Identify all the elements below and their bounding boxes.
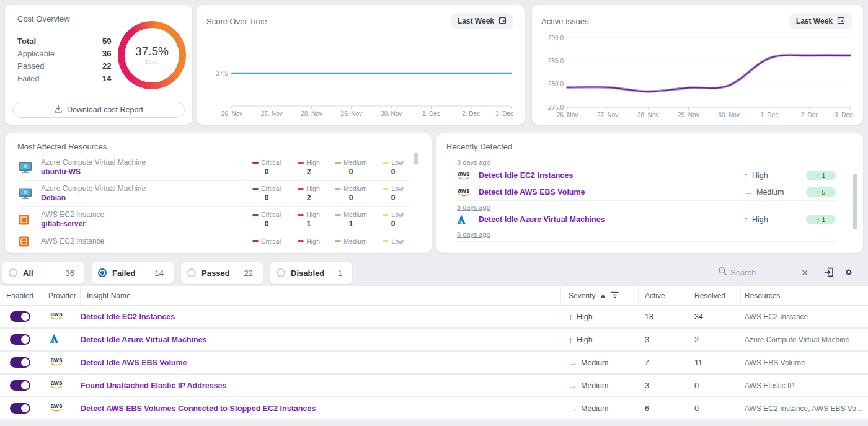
time-ago-link[interactable]: 5 days ago [457, 203, 490, 211]
severity-dash-icon [383, 188, 389, 190]
svg-text:2. Dec: 2. Dec [462, 110, 480, 117]
cell-enabled [0, 311, 42, 322]
detected-insight-link[interactable]: Detect Idle Azure Virtual Machines [479, 215, 744, 224]
insight-name-link[interactable]: Detect Idle AWS EBS Volume [81, 358, 561, 367]
insight-name-link[interactable]: Detect Idle EC2 Instances [81, 313, 561, 321]
severity-label: Critical [261, 237, 281, 245]
severity-legend: Critical0High2Medium0Low0 [250, 159, 409, 176]
detected-insight-link[interactable]: Detect Idle AWS EBS Volume [479, 188, 744, 197]
enabled-toggle[interactable] [10, 334, 30, 345]
resource-text: Azure Compute Virtual Machineubuntu-WS [41, 158, 250, 177]
clear-search-icon[interactable]: ✕ [800, 268, 810, 278]
col-provider: Provider [42, 286, 81, 305]
severity-text: High [752, 171, 768, 180]
severity-label: Medium [343, 237, 366, 245]
insight-name-link[interactable]: Found Unattached Elastic IP Addresses [81, 381, 561, 390]
sort-asc-icon[interactable] [600, 291, 606, 300]
severity-low: Low0 [377, 185, 409, 202]
severity-label: High [306, 211, 320, 218]
col-severity: Severity [561, 286, 639, 305]
resource-type: Azure Compute Virtual Machine [41, 184, 250, 193]
svg-text:280.0: 280.0 [548, 81, 564, 87]
filter-disabled[interactable]: Disabled1 [270, 262, 352, 284]
filter-icon[interactable] [611, 291, 619, 300]
recently-detected-title: Recently Detected [436, 133, 863, 156]
col-enabled: Enabled [0, 286, 42, 305]
radio-passed[interactable] [187, 268, 196, 277]
issues-range-button[interactable]: Last Week [789, 13, 852, 29]
resource-name-link[interactable]: Debian [41, 193, 250, 203]
radio-disabled[interactable] [277, 268, 285, 277]
table-row: awsFound Unattached Elastic IP Addresses… [0, 375, 868, 397]
svg-text:290.0: 290.0 [548, 35, 564, 42]
trend-badge: ↑ 1 [806, 215, 836, 224]
severity-arrow-icon: → [744, 187, 753, 197]
radio-failed[interactable] [98, 268, 107, 277]
cell-enabled [0, 334, 42, 345]
filter-label: All [23, 268, 66, 278]
download-cost-report-button[interactable]: Download cost Report [12, 102, 185, 118]
resource-type: Azure Compute Virtual Machine [41, 158, 250, 167]
cost-gauge: 37.5% Cost [118, 21, 186, 89]
table-row: awsDetect Idle AWS EBS Volume→Medium711A… [0, 352, 868, 375]
filter-passed[interactable]: Passed22 [181, 262, 263, 284]
cost-stat-label: Total [17, 37, 102, 46]
gear-icon[interactable] [843, 267, 854, 278]
search-input[interactable] [730, 268, 797, 277]
severity-count: 0 [265, 167, 269, 176]
detected-scrollbar[interactable] [853, 174, 857, 229]
severity-arrow-icon: ↑ [744, 215, 748, 224]
severity-high: High2 [293, 159, 325, 176]
detected-insight-link[interactable]: Detect Idle EC2 Instances [479, 171, 744, 180]
resource-name-link[interactable]: ubuntu-WS [41, 167, 250, 177]
cost-stat-row: Applicable36 [17, 47, 126, 60]
filter-all[interactable]: All36 [2, 262, 84, 284]
time-ago-link[interactable]: 6 days ago [457, 231, 490, 238]
resource-row: AWS EC2 InstanceCriticalHighMediumLow [19, 233, 409, 251]
severity-critical: Critical0 [250, 211, 283, 228]
insight-name-link[interactable]: Detect AWS EBS Volumes Connected to Stop… [81, 404, 561, 413]
insight-name-link[interactable]: Detect Idle Azure Virtual Machines [81, 335, 561, 344]
cost-stat-row: Failed14 [17, 72, 126, 84]
col-insight-name: Insight Name [81, 286, 561, 305]
filter-failed[interactable]: Failed14 [92, 262, 174, 284]
detected-item: Detect Idle Azure Virtual Machines↑High↑… [456, 212, 836, 228]
enabled-toggle[interactable] [10, 380, 30, 391]
score-over-time-card: Score Over Time Last Week 37.526. Nov27.… [197, 5, 525, 125]
aws-icon: aws [48, 356, 64, 369]
severity-medium: Medium0 [335, 185, 367, 202]
severity-dash-icon [298, 214, 304, 216]
cell-enabled [0, 403, 42, 414]
svg-text:27. Nov: 27. Nov [597, 112, 618, 118]
recently-detected-card: Recently Detected 3 days agoawsDetect Id… [436, 133, 863, 253]
enabled-toggle[interactable] [10, 311, 30, 322]
cost-stats: Total59Applicable36Passed22Failed14 [17, 35, 126, 84]
time-ago-link[interactable]: 3 days ago [457, 159, 490, 166]
table-row: awsDetect AWS EBS Volumes Connected to S… [0, 397, 868, 420]
cost-stat-label: Failed [17, 74, 102, 83]
radio-all[interactable] [9, 268, 17, 277]
enabled-toggle[interactable] [10, 357, 30, 368]
score-range-button[interactable]: Last Week [451, 13, 513, 29]
severity-label: High [306, 185, 320, 192]
filter-count: 1 [338, 268, 342, 278]
export-icon[interactable] [823, 267, 835, 278]
severity-dash-icon [298, 188, 304, 190]
cell-provider: aws [42, 356, 81, 369]
trend-badge: ↑ 5 [806, 187, 836, 197]
resource-name-link[interactable]: gitlab-server [41, 220, 250, 229]
insights-table: Enabled Provider Insight Name Severity A… [0, 286, 868, 426]
enabled-toggle[interactable] [10, 403, 30, 414]
svg-text:30. Nov: 30. Nov [381, 110, 402, 117]
severity-label: Low [391, 237, 403, 245]
aws-icon: aws [456, 187, 474, 197]
svg-text:aws: aws [458, 187, 470, 194]
resources-scrollbar[interactable] [414, 153, 418, 165]
active-issues-chart: 275.0280.0285.0290.026. Nov27. Nov28. No… [539, 32, 856, 126]
cell-provider [42, 334, 81, 346]
cell-enabled [0, 380, 42, 391]
severity-label: High [306, 237, 320, 245]
severity-label: Medium [343, 159, 366, 166]
severity-label: High [306, 159, 320, 166]
cell-provider: aws [42, 310, 81, 323]
